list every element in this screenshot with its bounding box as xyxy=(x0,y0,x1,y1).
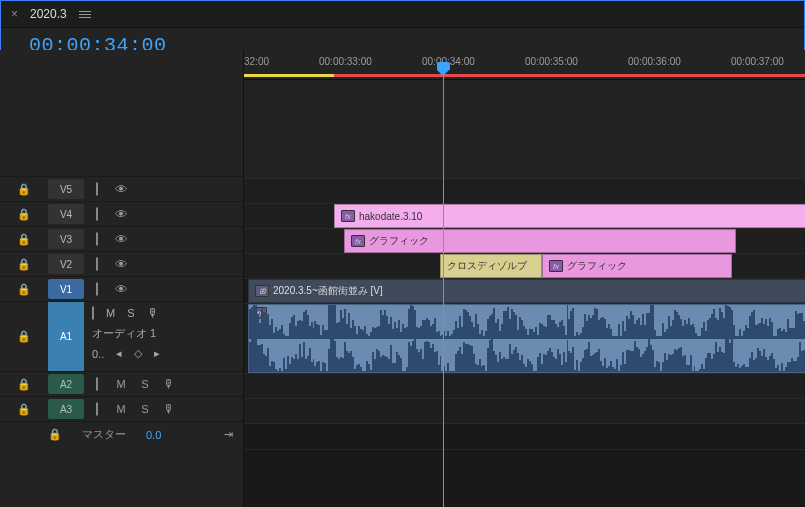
close-tab[interactable]: × xyxy=(11,7,18,21)
mute-button[interactable]: M xyxy=(114,378,128,390)
master-label: マスター xyxy=(82,427,126,442)
clip-hakodate[interactable]: fx hakodate.3.10 xyxy=(334,204,805,228)
track-v5[interactable] xyxy=(244,178,805,203)
track-label[interactable]: V2 xyxy=(48,254,84,274)
toggle-output-icon[interactable]: 👁 xyxy=(114,282,128,297)
toggle-output-icon[interactable]: 👁 xyxy=(114,257,128,272)
audio-track-name: オーディオ 1 xyxy=(92,326,235,341)
track-label[interactable]: V4 xyxy=(48,204,84,224)
clip-cross-dissolve[interactable]: クロスディゾルブ xyxy=(440,254,542,278)
voice-record-icon[interactable]: 🎙 xyxy=(147,306,159,320)
track-label[interactable]: A3 xyxy=(48,399,84,419)
clip-label: グラフィック xyxy=(567,259,627,273)
track-master[interactable] xyxy=(244,423,805,449)
track-empty xyxy=(244,449,805,507)
sync-lock-icon[interactable] xyxy=(90,183,104,195)
track-header-a2: 🔒 A2 M S 🎙 xyxy=(0,371,243,396)
playhead[interactable] xyxy=(443,68,444,507)
add-keyframe-icon[interactable]: ◇ xyxy=(134,347,142,360)
sequence-tabbar: × 2020.3 xyxy=(1,1,804,28)
panel-menu-icon[interactable] xyxy=(79,11,91,18)
track-a3[interactable] xyxy=(244,398,805,423)
track-label[interactable]: V3 xyxy=(48,229,84,249)
voice-record-icon[interactable]: 🎙 xyxy=(162,377,176,391)
track-v4[interactable]: fx hakodate.3.10 xyxy=(244,203,805,228)
clip-label: hakodate.3.10 xyxy=(359,211,422,222)
next-keyframe-icon[interactable]: ▸ xyxy=(154,347,160,360)
sync-lock-icon[interactable] xyxy=(90,258,104,270)
track-header-v1: 🔒 V1 👁 xyxy=(0,276,243,301)
clip-audio-a1[interactable]: fx xyxy=(248,304,805,373)
tab-name[interactable]: 2020.3 xyxy=(30,7,67,21)
clip-graphic-v3[interactable]: fx グラフィック xyxy=(344,229,736,253)
lock-icon[interactable]: 🔒 xyxy=(0,403,48,416)
fx-badge-icon: ⊞ xyxy=(255,285,269,297)
keyframe-volume[interactable]: 0.. xyxy=(92,348,104,360)
track-label[interactable]: A1 xyxy=(48,302,84,371)
fx-badge-icon: fx xyxy=(351,235,365,247)
time-ruler[interactable]: 32:00 00:00:33:00 00:00:34:00 00:00:35:0… xyxy=(244,50,805,80)
solo-button[interactable]: S xyxy=(138,378,152,390)
clip-label: 2020.3.5~函館街並み [V] xyxy=(273,284,383,298)
timeline-area[interactable]: 32:00 00:00:33:00 00:00:34:00 00:00:35:0… xyxy=(244,50,805,507)
toggle-output-icon[interactable]: 👁 xyxy=(114,232,128,247)
expand-icon[interactable]: ⇥ xyxy=(224,428,233,441)
clip-label: クロスディゾルブ xyxy=(447,259,527,273)
sync-lock-icon[interactable] xyxy=(90,283,104,295)
track-label[interactable]: V1 xyxy=(48,279,84,299)
sync-lock-icon[interactable] xyxy=(90,403,104,415)
toggle-output-icon[interactable]: 👁 xyxy=(114,182,128,197)
track-header-v5: 🔒 V5 👁 xyxy=(0,176,243,201)
lock-icon[interactable]: 🔒 xyxy=(0,258,48,271)
track-v2[interactable]: クロスディゾルブ fx グラフィック xyxy=(244,253,805,278)
mute-button[interactable]: M xyxy=(106,307,115,319)
lock-icon[interactable]: 🔒 xyxy=(17,330,31,343)
master-volume[interactable]: 0.0 xyxy=(146,429,161,441)
ruler-tick: 00:00:33:00 xyxy=(319,56,372,67)
track-v3[interactable]: fx グラフィック xyxy=(244,228,805,253)
track-header-v3: 🔒 V3 👁 xyxy=(0,226,243,251)
track-label[interactable]: A2 xyxy=(48,374,84,394)
lock-icon[interactable]: 🔒 xyxy=(0,208,48,221)
track-header-a3: 🔒 A3 M S 🎙 xyxy=(0,396,243,421)
ruler-tick: 32:00 xyxy=(244,56,269,67)
track-a1[interactable]: fx xyxy=(244,303,805,373)
lock-icon[interactable]: 🔒 xyxy=(0,183,48,196)
sync-lock-icon[interactable] xyxy=(90,208,104,220)
ruler-tick: 00:00:37:00 xyxy=(731,56,784,67)
fx-badge-icon: fx xyxy=(341,210,355,222)
clip-label: グラフィック xyxy=(369,234,429,248)
fx-badge-icon: fx xyxy=(549,260,563,272)
sync-lock-icon[interactable] xyxy=(90,378,104,390)
lock-icon[interactable]: 🔒 xyxy=(48,428,62,441)
clip-main-video[interactable]: ⊞ 2020.3.5~函館街並み [V] xyxy=(248,279,805,303)
track-header-a1: 🔒 A1 M S 🎙 オーディオ 1 0.. ◂ ◇ ▸ xyxy=(0,301,243,371)
track-label[interactable]: V5 xyxy=(48,179,84,199)
mute-button[interactable]: M xyxy=(114,403,128,415)
lock-icon[interactable]: 🔒 xyxy=(0,233,48,246)
solo-button[interactable]: S xyxy=(138,403,152,415)
clip-graphic-v2[interactable]: fx グラフィック xyxy=(542,254,732,278)
lock-icon[interactable]: 🔒 xyxy=(0,378,48,391)
solo-button[interactable]: S xyxy=(127,307,134,319)
track-v1[interactable]: ⊞ 2020.3.5~函館街並み [V] xyxy=(244,278,805,303)
sync-lock-icon[interactable] xyxy=(90,233,104,245)
track-a2[interactable] xyxy=(244,373,805,398)
voice-record-icon[interactable]: 🎙 xyxy=(162,402,176,416)
toggle-output-icon[interactable]: 👁 xyxy=(114,207,128,222)
sync-lock-icon[interactable] xyxy=(92,307,94,319)
lock-icon[interactable]: 🔒 xyxy=(0,283,48,296)
ruler-tick: 00:00:35:00 xyxy=(525,56,578,67)
track-header-master: 🔒 マスター 0.0 ⇥ xyxy=(0,421,243,447)
track-header-v4: 🔒 V4 👁 xyxy=(0,201,243,226)
prev-keyframe-icon[interactable]: ◂ xyxy=(116,347,122,360)
ruler-tick: 00:00:36:00 xyxy=(628,56,681,67)
track-header-panel: 🔒 V5 👁 🔒 V4 👁 🔒 V3 👁 🔒 V2 xyxy=(0,50,244,507)
track-header-v2: 🔒 V2 👁 xyxy=(0,251,243,276)
